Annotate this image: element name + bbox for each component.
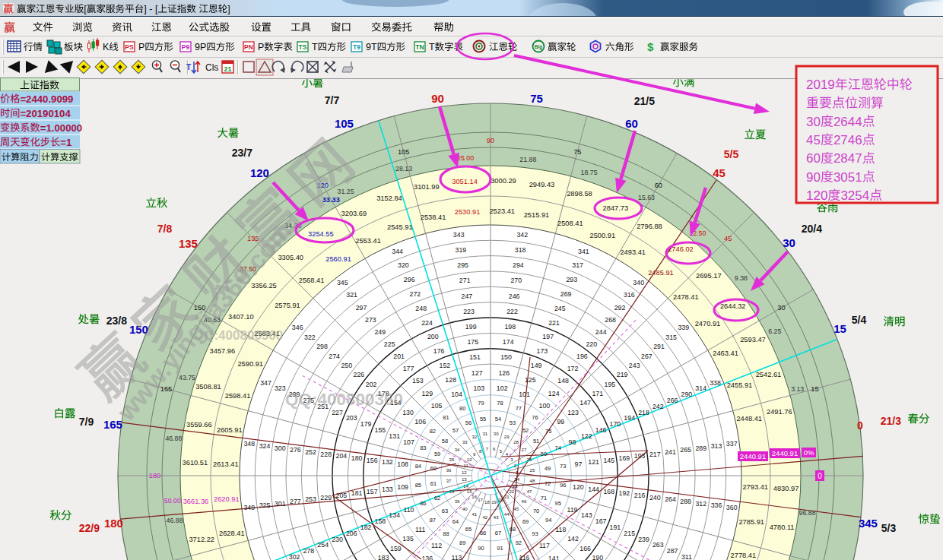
- svg-text:79: 79: [478, 400, 484, 407]
- svg-text:2949.43: 2949.43: [529, 181, 555, 188]
- svg-text:2628.41: 2628.41: [219, 530, 245, 537]
- svg-text:152: 152: [440, 362, 451, 369]
- svg-text:50: 50: [541, 451, 547, 457]
- svg-text:345: 345: [337, 279, 348, 286]
- svg-text:242: 242: [652, 403, 664, 410]
- svg-text:110: 110: [403, 506, 414, 514]
- svg-text:108: 108: [397, 460, 408, 468]
- svg-text:75: 75: [573, 148, 581, 156]
- svg-text:3610.51: 3610.51: [183, 459, 208, 467]
- svg-text:2560.91: 2560.91: [325, 255, 351, 263]
- svg-text:37: 37: [446, 479, 452, 483]
- svg-text:278: 278: [303, 547, 315, 555]
- svg-text:248: 248: [415, 305, 427, 312]
- svg-text:225: 225: [384, 340, 395, 348]
- svg-text:230: 230: [332, 536, 343, 543]
- svg-text:346: 346: [292, 324, 303, 331]
- svg-text:33.33: 33.33: [322, 196, 340, 204]
- svg-text:=1: =1: [60, 137, 71, 148]
- svg-text:30: 30: [777, 304, 785, 312]
- svg-text:30: 30: [494, 432, 499, 436]
- svg-text:170: 170: [610, 420, 621, 428]
- svg-text:2598.41: 2598.41: [225, 392, 251, 400]
- svg-text:202: 202: [366, 381, 377, 388]
- svg-text:2455.91: 2455.91: [727, 381, 753, 389]
- svg-text:76: 76: [532, 414, 538, 421]
- svg-text:344: 344: [392, 248, 403, 255]
- svg-text:227: 227: [332, 409, 343, 416]
- svg-text:T: T: [186, 63, 191, 71]
- svg-text:96: 96: [560, 482, 566, 489]
- svg-text:105: 105: [335, 117, 354, 130]
- svg-text:32: 32: [472, 435, 477, 439]
- svg-text:23/8: 23/8: [106, 315, 127, 327]
- svg-text:2695.17: 2695.17: [696, 272, 722, 280]
- svg-text:116: 116: [519, 554, 529, 560]
- svg-text:165: 165: [103, 418, 122, 431]
- svg-text:289: 289: [695, 445, 706, 452]
- svg-text:324: 324: [259, 442, 271, 450]
- svg-text:2793.41: 2793.41: [742, 483, 768, 491]
- svg-text:100: 100: [539, 402, 551, 410]
- svg-text:130: 130: [402, 409, 414, 416]
- svg-text:15.63: 15.63: [638, 194, 655, 201]
- svg-text:20/4: 20/4: [802, 223, 822, 235]
- svg-text:2568.41: 2568.41: [299, 277, 325, 284]
- svg-text:21: 21: [224, 65, 231, 73]
- svg-text:345: 345: [859, 517, 878, 530]
- svg-text:27: 27: [522, 448, 527, 452]
- svg-text:112: 112: [431, 542, 442, 549]
- svg-text:2785.91: 2785.91: [738, 518, 764, 526]
- svg-text:15: 15: [811, 385, 818, 393]
- svg-text:287: 287: [667, 547, 678, 555]
- svg-text:2575.91: 2575.91: [275, 302, 300, 309]
- svg-text:23: 23: [513, 484, 518, 489]
- svg-text:269: 269: [560, 290, 572, 298]
- svg-text:109: 109: [397, 483, 408, 491]
- svg-text:131: 131: [389, 432, 400, 440]
- svg-text:342: 342: [516, 231, 528, 239]
- svg-text:86: 86: [420, 500, 426, 507]
- svg-text:150: 150: [500, 353, 512, 361]
- svg-text:Big: Big: [535, 44, 543, 50]
- svg-text:PS: PS: [125, 43, 134, 51]
- svg-text:123: 123: [567, 409, 579, 416]
- svg-text:Cls: Cls: [205, 62, 218, 73]
- svg-text:29: 29: [504, 435, 510, 439]
- svg-text:132: 132: [382, 458, 393, 466]
- svg-text:181: 181: [351, 489, 363, 497]
- svg-text:QQ:400800360: QQ:400800360: [285, 390, 403, 409]
- svg-text:=1.00000: =1.00000: [40, 122, 82, 134]
- svg-text:2440.91: 2440.91: [772, 449, 798, 457]
- svg-text:246: 246: [509, 293, 520, 300]
- svg-text:176: 176: [433, 347, 445, 355]
- svg-text:2463.41: 2463.41: [713, 350, 738, 357]
- svg-text:2746: 2746: [833, 133, 862, 147]
- svg-text:2542.61: 2542.61: [756, 371, 782, 378]
- svg-text:338: 338: [710, 379, 721, 387]
- svg-text:199: 199: [465, 323, 477, 331]
- svg-text:78: 78: [497, 400, 503, 407]
- svg-text:3457.96: 3457.96: [210, 347, 236, 355]
- svg-text:85: 85: [415, 482, 421, 489]
- svg-text:28: 28: [513, 440, 519, 445]
- svg-text:101: 101: [519, 391, 530, 398]
- svg-text:57: 57: [452, 427, 459, 434]
- svg-text:311: 311: [681, 553, 692, 560]
- svg-text:197: 197: [542, 333, 554, 340]
- svg-text:5/3: 5/3: [881, 522, 897, 534]
- svg-text:3.13: 3.13: [791, 385, 804, 393]
- svg-text:229: 229: [320, 494, 332, 501]
- svg-text:P: P: [138, 42, 144, 52]
- svg-text:314: 314: [695, 384, 706, 392]
- svg-text:54: 54: [495, 416, 501, 422]
- svg-text:2478.41: 2478.41: [673, 293, 699, 301]
- svg-text:3203.69: 3203.69: [341, 210, 367, 217]
- svg-text:91: 91: [497, 545, 503, 552]
- svg-text:7/9: 7/9: [79, 416, 94, 428]
- svg-text:2493.41: 2493.41: [620, 248, 646, 256]
- svg-text:3254: 3254: [840, 188, 869, 203]
- svg-text:276: 276: [290, 446, 301, 454]
- svg-text:177: 177: [403, 365, 414, 372]
- svg-text:81: 81: [443, 414, 449, 421]
